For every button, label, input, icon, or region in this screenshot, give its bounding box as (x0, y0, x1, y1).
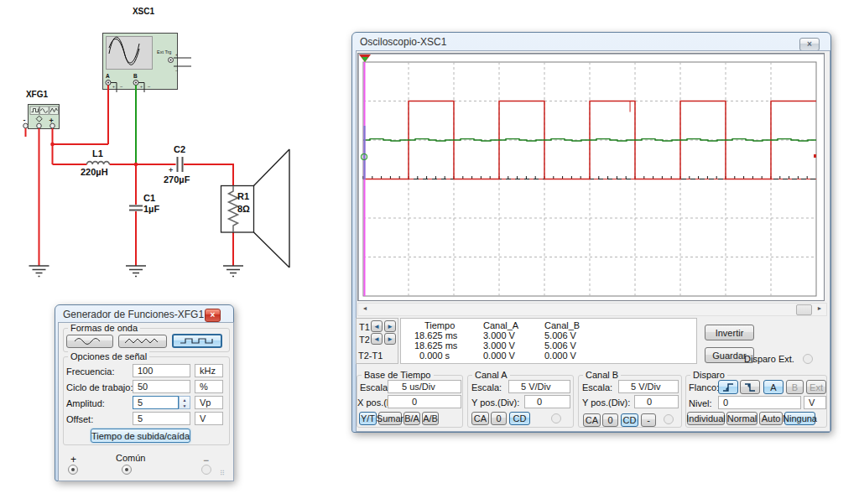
xfg-common-terminal[interactable] (37, 123, 42, 128)
mode-ba-button[interactable]: B/A (403, 412, 420, 425)
t1-left-button[interactable]: ◄ (371, 320, 383, 332)
trigger-level-marker[interactable] (814, 154, 816, 158)
scope-display-frame (357, 53, 825, 301)
ground-r1[interactable] (223, 266, 243, 277)
invert-button[interactable]: Invertir (705, 325, 754, 340)
minus-terminal-radio[interactable] (201, 465, 211, 475)
channel-a-cd-button[interactable]: CD (509, 412, 530, 425)
triangle-wave-button[interactable] (118, 335, 167, 348)
trigger-source-ext-button[interactable]: Ext (806, 380, 826, 394)
xfg-minus-label: - (23, 116, 26, 124)
amplitude-input[interactable]: 5 (133, 396, 179, 409)
function-generator-close-button[interactable]: × (205, 309, 221, 322)
ext-trigger-radio[interactable] (803, 354, 813, 364)
t2-t1-canal-a: 0.000 V (483, 351, 515, 361)
scope-b-terminal-dot (135, 82, 137, 84)
channel-a-0-button[interactable]: 0 (491, 412, 507, 425)
t2-canal-a: 3.000 V (483, 340, 515, 351)
ground-xfg[interactable] (29, 266, 49, 277)
timebase-group-title: Base de Tiempo (362, 370, 434, 380)
ext-trigger-label: Disparo Ext. (744, 354, 794, 364)
channel-b-ypos-input[interactable]: 0 (634, 395, 679, 408)
mode-yt-button[interactable]: Y/T (359, 412, 377, 425)
frequency-input[interactable]: 100 (133, 364, 190, 377)
oscilloscope-close-button[interactable]: × (799, 38, 820, 51)
channel-b-ca-button[interactable]: CA (583, 413, 601, 427)
mode-sumar-button[interactable]: Sumar (378, 412, 402, 425)
amplitude-unit: Vp (195, 396, 223, 409)
common-terminal-radio[interactable] (122, 465, 132, 475)
channel-a-probe-radio[interactable] (551, 413, 561, 423)
channel-b-cd-button[interactable]: CD (621, 413, 638, 427)
channel-b-minus-button[interactable]: - (641, 413, 656, 427)
scroll-thumb[interactable] (796, 304, 812, 315)
channel-a-scale-input[interactable]: 5 V/Div (508, 380, 570, 393)
rising-edge-icon (722, 382, 735, 392)
sine-wave-button[interactable] (66, 335, 113, 348)
scope-h-scrollbar[interactable]: ◄ ► (357, 303, 827, 316)
t1-right-button[interactable]: ► (384, 320, 396, 332)
square-wave-button[interactable] (172, 334, 222, 348)
function-generator-dialog[interactable]: Generador de Funciones-XFG1 × Formas de … (55, 304, 234, 481)
spinner-up-icon[interactable]: ▲ (183, 397, 187, 403)
ground-c1[interactable] (126, 266, 146, 277)
oscilloscope-icon[interactable]: Ext Trg + − A B + − + − (103, 34, 192, 93)
xfg-plus-terminal[interactable] (50, 123, 55, 128)
plus-terminal-radio[interactable] (68, 465, 78, 475)
ext-minus-sign: − (175, 68, 179, 73)
junction-dot-2 (134, 163, 138, 167)
mode-ab-button[interactable]: A/B (422, 412, 439, 425)
speaker-r1[interactable] (221, 149, 290, 268)
xfg1-label: XFG1 (26, 90, 49, 99)
signal-options-group-title: Opciones de señal (68, 351, 149, 361)
timebase-scale-input[interactable]: 5 us/Div (388, 380, 461, 393)
triangle-wave-icon (124, 337, 161, 346)
t2-right-button[interactable]: ► (384, 333, 396, 345)
b-plus-sign: + (140, 84, 143, 89)
trigger-normal-button[interactable]: Normal (726, 412, 757, 425)
trigger-ninguna-button[interactable]: Ninguna (784, 412, 815, 425)
readout-header-canal-a: Canal_A (483, 320, 518, 330)
scroll-left-arrow[interactable]: ◄ (360, 304, 370, 314)
capacitor-c1[interactable] (129, 206, 143, 210)
capacitor-c2[interactable]: + (169, 157, 183, 174)
rise-fall-time-button[interactable]: Tiempo de subida/caída (91, 429, 190, 443)
square-wave-icon (179, 336, 216, 346)
trigger-source-b-button[interactable]: B (786, 380, 804, 394)
t1-canal-a: 3.000 V (483, 330, 515, 340)
trigger-falling-edge-button[interactable] (740, 380, 760, 394)
duty-cycle-input[interactable]: 50 (133, 380, 190, 393)
oscilloscope-window[interactable]: Osciloscopio-XSC1 × ◄ ► T1 ◄ (351, 32, 831, 433)
t2-t1-time: 0.000 s (419, 351, 450, 361)
timebase-xpos-input[interactable]: 0 (388, 395, 461, 408)
channel-b-0-button[interactable]: 0 (602, 413, 618, 427)
spinner-down-icon[interactable]: ▼ (183, 403, 187, 408)
trigger-level-input[interactable]: 0 (718, 396, 801, 409)
xfg-minus-terminal[interactable] (23, 123, 29, 128)
falling-edge-icon (744, 382, 757, 392)
channel-b-scale-input[interactable]: 5 V/Div (618, 380, 679, 393)
channel-a-ypos-input[interactable]: 0 (524, 395, 570, 408)
trigger-source-a-button[interactable]: A (763, 380, 784, 394)
wire-c2-to-r1[interactable] (184, 164, 233, 186)
resize-grip[interactable]: ⠿ (220, 470, 228, 478)
t2-left-button[interactable]: ◄ (371, 333, 383, 345)
frequency-unit: kHz (195, 364, 223, 377)
amplitude-spinner[interactable]: ▲▼ (179, 396, 190, 409)
offset-input[interactable]: 5 (133, 412, 190, 425)
oscilloscope-titlebar[interactable] (352, 33, 832, 50)
scroll-right-arrow[interactable]: ► (815, 304, 825, 314)
trigger-individual-button[interactable]: Individual (687, 412, 725, 425)
channel-a-ca-button[interactable]: CA (471, 412, 489, 425)
inductor-l1[interactable] (87, 162, 110, 164)
scope-display (358, 54, 824, 300)
function-generator-icon[interactable]: - + (23, 105, 60, 129)
c1-name: C1 (143, 193, 155, 203)
channel-a-terminal-label: A (106, 73, 110, 79)
channel-b-probe-radio[interactable] (664, 414, 674, 424)
trigger-auto-button[interactable]: Auto (759, 412, 783, 425)
cursor-t2-handle[interactable] (362, 57, 368, 62)
trigger-rising-edge-button[interactable] (718, 380, 738, 394)
scope-a-terminal-dot (107, 82, 109, 84)
sine-wave-icon (73, 337, 107, 346)
